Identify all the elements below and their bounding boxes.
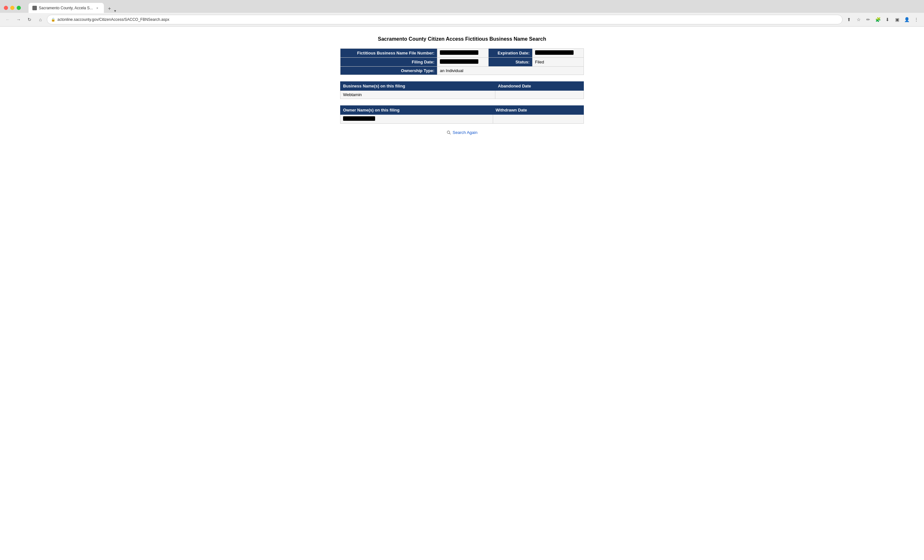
download-button[interactable]: ⬇ (883, 15, 892, 24)
status-label: Status: (489, 58, 532, 67)
sidebar-button[interactable]: ▣ (892, 15, 902, 24)
home-button[interactable]: ⌂ (36, 15, 45, 24)
business-names-col1-header: Business Name(s) on this filing (340, 82, 495, 91)
svg-point-0 (447, 131, 450, 133)
business-names-header-row: Business Name(s) on this filing Abandone… (340, 82, 584, 91)
search-again-container: Search Again (340, 130, 584, 136)
active-tab[interactable]: Sacramento County, Accela S... × (28, 3, 104, 13)
ownership-type-value: an Individual (437, 67, 584, 75)
ownership-type-label: Ownership Type: (340, 67, 437, 75)
edit-button[interactable]: ✏ (864, 15, 873, 24)
owner-names-col2-header: Withdrawn Date (493, 106, 584, 115)
svg-line-1 (450, 133, 451, 134)
share-button[interactable]: ⬆ (844, 15, 854, 24)
file-number-row: Fictitious Business Name File Number: Ex… (340, 49, 584, 58)
expiration-date-value (532, 49, 584, 58)
file-number-value (437, 49, 489, 58)
search-icon (447, 130, 451, 135)
file-number-label: Fictitious Business Name File Number: (340, 49, 437, 58)
browser-toolbar: ← → ↻ ⌂ 🔒 actonline.saccounty.gov/Citize… (0, 13, 924, 27)
minimize-window-button[interactable] (10, 6, 14, 10)
filing-date-redacted (440, 59, 478, 64)
owner-name-row (340, 115, 584, 124)
title-bar: Sacramento County, Accela S... × + ▾ (0, 0, 924, 13)
tab-bar: Sacramento County, Accela S... × + ▾ (25, 3, 120, 13)
expiration-date-label: Expiration Date: (489, 49, 532, 58)
extensions-button[interactable]: 🧩 (873, 15, 882, 24)
owner-name-redacted (343, 116, 375, 121)
business-name-row: Webtamin (340, 91, 584, 99)
address-bar[interactable]: 🔒 actonline.saccounty.gov/CitizenAccess/… (47, 15, 843, 24)
abandoned-date-cell (495, 91, 584, 99)
page-content: Sacramento County Citizen Access Fictiti… (0, 27, 924, 556)
toolbar-actions: ⬆ ☆ ✏ 🧩 ⬇ ▣ 👤 ⋮ (844, 15, 921, 24)
withdrawn-date-cell (493, 115, 584, 124)
bookmark-button[interactable]: ☆ (854, 15, 863, 24)
maximize-window-button[interactable] (16, 6, 21, 10)
window-controls (4, 6, 21, 10)
lock-icon: 🔒 (51, 18, 56, 22)
owner-names-col1-header: Owner Name(s) on this filing (340, 106, 493, 115)
back-button[interactable]: ← (3, 15, 12, 24)
search-again-link[interactable]: Search Again (447, 130, 477, 135)
business-names-table: Business Name(s) on this filing Abandone… (340, 81, 584, 99)
refresh-button[interactable]: ↻ (25, 15, 34, 24)
tab-label: Sacramento County, Accela S... (39, 6, 93, 10)
owner-names-header-row: Owner Name(s) on this filing Withdrawn D… (340, 106, 584, 115)
page-title: Sacramento County Citizen Access Fictiti… (340, 36, 584, 42)
url-text: actonline.saccounty.gov/CitizenAccess/SA… (57, 17, 838, 22)
tab-favicon (32, 6, 37, 10)
form-container: Sacramento County Citizen Access Fictiti… (340, 36, 584, 136)
close-window-button[interactable] (4, 6, 8, 10)
new-tab-button[interactable]: + (105, 4, 114, 13)
tab-close-button[interactable]: × (95, 6, 100, 10)
expiration-date-redacted (535, 50, 574, 55)
status-value: Filed (532, 58, 584, 67)
business-name-cell: Webtamin (340, 91, 495, 99)
profile-button[interactable]: 👤 (902, 15, 911, 24)
tab-dropdown-arrow[interactable]: ▾ (114, 9, 116, 13)
owner-name-cell (340, 115, 493, 124)
filing-date-value (437, 58, 489, 67)
browser-chrome: Sacramento County, Accela S... × + ▾ ← →… (0, 0, 924, 27)
filing-date-label: Filing Date: (340, 58, 437, 67)
file-number-redacted (440, 50, 478, 55)
filing-date-row: Filing Date: Status: Filed (340, 58, 584, 67)
owner-names-table: Owner Name(s) on this filing Withdrawn D… (340, 105, 584, 124)
menu-button[interactable]: ⋮ (912, 15, 921, 24)
search-again-label: Search Again (453, 130, 477, 135)
ownership-type-row: Ownership Type: an Individual (340, 67, 584, 75)
business-names-col2-header: Abandoned Date (495, 82, 584, 91)
info-table: Fictitious Business Name File Number: Ex… (340, 48, 584, 75)
forward-button[interactable]: → (14, 15, 23, 24)
